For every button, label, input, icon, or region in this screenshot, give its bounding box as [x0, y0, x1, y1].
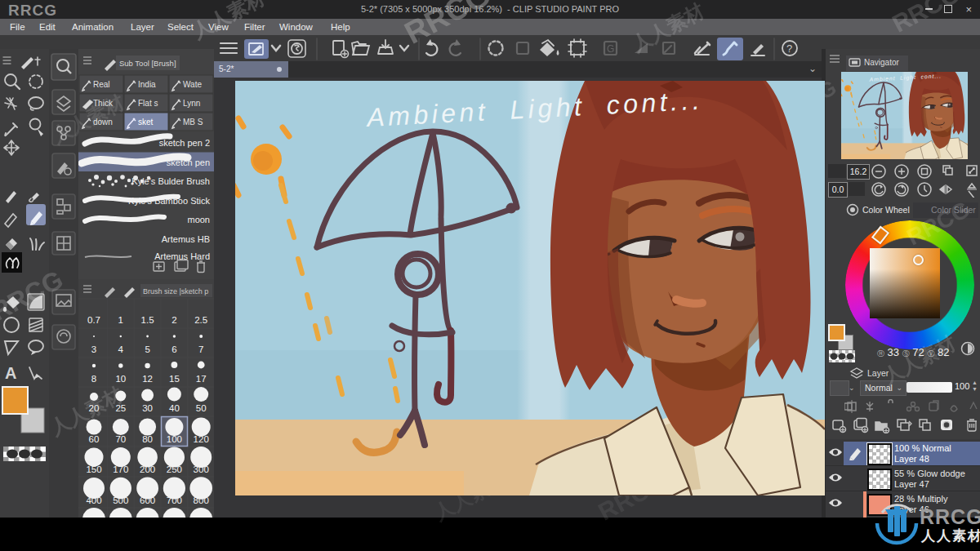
svg-text:300: 300	[194, 464, 209, 474]
svg-text:moon: moon	[187, 215, 210, 224]
svg-text:6: 6	[172, 344, 176, 354]
svg-text:25: 25	[115, 403, 126, 413]
svg-text:70: 70	[115, 434, 126, 444]
svg-text:0.7: 0.7	[87, 315, 100, 325]
svg-text:10: 10	[115, 374, 126, 384]
svg-text:1: 1	[118, 315, 123, 325]
svg-text:Flat s: Flat s	[138, 99, 158, 108]
svg-text:A: A	[5, 364, 16, 382]
svg-text:40: 40	[169, 403, 180, 413]
svg-text:2.5: 2.5	[194, 315, 207, 325]
svg-text:120: 120	[194, 434, 209, 444]
svg-text:17: 17	[196, 374, 207, 384]
svg-text:12: 12	[142, 374, 153, 384]
svg-text:600: 600	[140, 495, 155, 505]
svg-text:down: down	[93, 118, 113, 127]
svg-text:8: 8	[91, 374, 96, 384]
svg-text:3: 3	[91, 344, 96, 354]
svg-text:7: 7	[198, 344, 203, 354]
svg-text:250: 250	[167, 464, 182, 474]
svg-text:Brush size |sketch p: Brush size |sketch p	[143, 287, 208, 295]
svg-text:100: 100	[167, 434, 182, 444]
svg-text:India: India	[138, 80, 156, 89]
svg-text:60: 60	[89, 434, 100, 444]
svg-text:800: 800	[194, 495, 209, 505]
svg-text:sketch pen 2: sketch pen 2	[159, 138, 210, 148]
svg-text:Wate: Wate	[183, 80, 202, 89]
svg-text:Lynn: Lynn	[183, 99, 200, 108]
svg-text:2: 2	[172, 315, 176, 325]
svg-text:400: 400	[86, 495, 101, 505]
svg-text:4: 4	[118, 344, 124, 354]
svg-text:20: 20	[89, 403, 100, 413]
svg-text:Artemus HB: Artemus HB	[162, 234, 210, 244]
svg-text:700: 700	[167, 495, 182, 505]
svg-text:150: 150	[86, 464, 101, 474]
svg-text:sket: sket	[138, 118, 154, 127]
svg-text:30: 30	[142, 403, 153, 413]
svg-text:5: 5	[145, 344, 149, 354]
svg-text:Thick: Thick	[93, 99, 114, 108]
svg-text:170: 170	[113, 464, 128, 474]
svg-text:50: 50	[196, 403, 207, 413]
svg-text:?: ?	[786, 42, 792, 55]
svg-text:500: 500	[113, 495, 128, 505]
svg-text:人人素材: 人人素材	[920, 528, 980, 544]
svg-text:MB S: MB S	[183, 118, 203, 127]
svg-text:15: 15	[169, 374, 180, 384]
svg-text:1.5: 1.5	[141, 315, 154, 325]
svg-text:200: 200	[140, 464, 155, 474]
svg-text:80: 80	[142, 434, 153, 444]
svg-text:G: G	[607, 43, 614, 55]
svg-text:RRCG: RRCG	[920, 505, 980, 528]
svg-text:Sub Tool [Brush]: Sub Tool [Brush]	[119, 59, 176, 68]
svg-text:Real: Real	[93, 80, 110, 89]
